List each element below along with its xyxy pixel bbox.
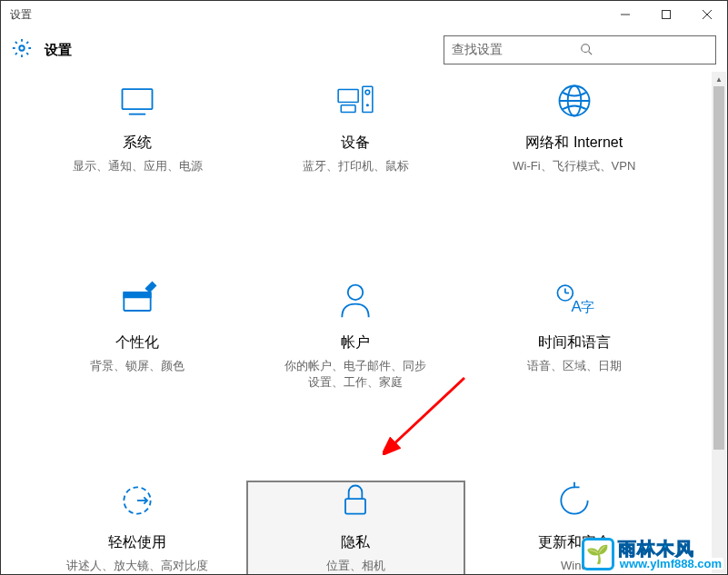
tile-desc: 位置、相机: [326, 558, 385, 574]
svg-rect-18: [124, 292, 150, 298]
devices-icon: [335, 81, 375, 121]
tile-title: 设备: [341, 134, 370, 153]
tile-privacy[interactable]: 隐私 位置、相机: [246, 481, 464, 574]
lock-icon: [335, 481, 375, 520]
tile-title: 网络和 Internet: [525, 134, 623, 153]
svg-rect-7: [123, 89, 153, 109]
tile-desc: 讲述人、放大镜、高对比度: [66, 558, 208, 574]
tile-system[interactable]: 系统 显示、通知、应用、电源: [28, 81, 246, 208]
tile-desc: 你的帐户、电子邮件、同步设置、工作、家庭: [283, 358, 428, 391]
close-button[interactable]: [686, 1, 727, 28]
search-icon: [580, 43, 708, 58]
svg-rect-10: [342, 105, 356, 113]
tile-desc: 蓝牙、打印机、鼠标: [303, 158, 409, 174]
update-icon: [554, 481, 594, 520]
svg-point-5: [582, 44, 590, 52]
display-icon: [117, 81, 157, 121]
scroll-up-arrow[interactable]: ▲: [712, 72, 726, 86]
search-placeholder: 查找设置: [452, 42, 580, 58]
svg-rect-1: [662, 11, 670, 19]
watermark-url: www.ylmf888.com: [618, 558, 723, 570]
tile-desc: Wi-Fi、飞行模式、VPN: [513, 158, 635, 174]
settings-grid: 系统 显示、通知、应用、电源 设备 蓝牙、打印机、鼠标: [28, 81, 683, 574]
ease-icon: [117, 481, 157, 520]
paint-icon: [117, 281, 157, 321]
time-language-icon: A 字: [554, 281, 594, 321]
svg-line-6: [589, 51, 593, 55]
tile-desc: 语音、区域、日期: [527, 358, 622, 374]
svg-rect-9: [339, 89, 359, 102]
svg-point-13: [366, 104, 369, 106]
watermark: 🌱 雨林木风 www.ylmf888.com: [582, 538, 723, 570]
page-title: 设置: [45, 42, 72, 59]
content-area: 系统 显示、通知、应用、电源 设备 蓝牙、打印机、鼠标: [1, 72, 711, 574]
window-title: 设置: [10, 7, 32, 23]
tile-devices[interactable]: 设备 蓝牙、打印机、鼠标: [246, 81, 464, 208]
minimize-button[interactable]: [604, 1, 645, 28]
tile-title: 个性化: [115, 333, 159, 352]
gear-icon: [12, 38, 32, 62]
person-icon: [335, 281, 375, 321]
svg-text:字: 字: [581, 299, 594, 314]
watermark-logo-icon: 🌱: [582, 538, 614, 570]
svg-point-19: [348, 285, 364, 301]
globe-icon: [554, 81, 594, 121]
watermark-brand: 雨林木风: [618, 540, 723, 558]
tile-title: 轻松使用: [108, 533, 166, 552]
svg-point-4: [19, 45, 25, 51]
tile-title: 帐户: [341, 333, 370, 352]
tile-title: 隐私: [341, 533, 370, 552]
window-controls: [604, 1, 727, 28]
vertical-scrollbar[interactable]: ▲ ▼: [712, 72, 726, 573]
tile-accounts[interactable]: 帐户 你的帐户、电子邮件、同步设置、工作、家庭: [246, 281, 464, 408]
scrollbar-thumb[interactable]: [713, 86, 724, 450]
tile-network[interactable]: 网络和 Internet Wi-Fi、飞行模式、VPN: [465, 81, 683, 208]
svg-point-12: [365, 90, 370, 94]
search-input[interactable]: 查找设置: [444, 35, 716, 64]
tile-title: 系统: [123, 134, 152, 153]
svg-rect-27: [345, 499, 365, 514]
maximize-button[interactable]: [645, 1, 686, 28]
tile-time-language[interactable]: A 字 时间和语言 语音、区域、日期: [465, 281, 683, 408]
tile-ease-of-access[interactable]: 轻松使用 讲述人、放大镜、高对比度: [28, 481, 246, 574]
tile-title: 时间和语言: [538, 333, 611, 352]
page-header: 设置 查找设置: [1, 28, 727, 72]
tile-desc: 显示、通知、应用、电源: [73, 158, 203, 174]
tile-personalization[interactable]: 个性化 背景、锁屏、颜色: [28, 281, 246, 408]
titlebar: 设置: [1, 1, 727, 28]
tile-desc: 背景、锁屏、颜色: [90, 358, 184, 374]
